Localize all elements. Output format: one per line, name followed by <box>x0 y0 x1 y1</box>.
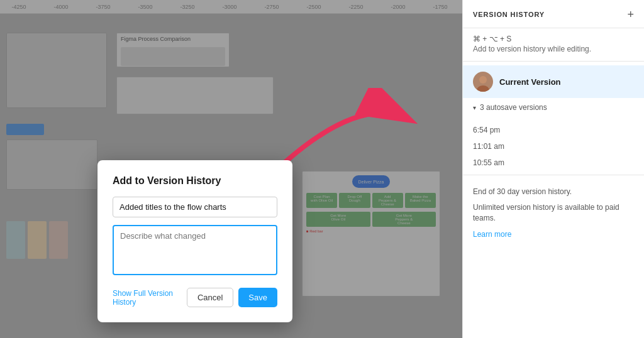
bullet-icon: ▾ <box>473 104 476 111</box>
autosave-section: ▾ 3 autosave versions <box>463 98 644 122</box>
svg-point-1 <box>479 76 487 84</box>
add-version-button[interactable]: + <box>627 9 634 20</box>
version-history-modal: Add to Version History Show Full Version… <box>97 160 292 322</box>
svg-point-2 <box>477 85 489 92</box>
panel-header: VERSION HISTORY + <box>463 0 644 28</box>
time-entry-2[interactable]: 11:01 am <box>463 138 644 155</box>
learn-more-link[interactable]: Learn more <box>473 230 511 239</box>
autosave-row: ▾ 3 autosave versions <box>473 103 634 112</box>
save-button[interactable]: Save <box>238 288 277 307</box>
shortcut-keys: ⌘ + ⌥ + S <box>473 35 634 43</box>
modal-actions: Cancel Save <box>187 288 277 307</box>
footer-text-1: End of 30 day version history. <box>473 187 634 197</box>
version-name-input[interactable] <box>113 197 277 217</box>
shortcut-info: ⌘ + ⌥ + S Add to version history while e… <box>463 28 644 57</box>
version-history-panel: VERSION HISTORY + ⌘ + ⌥ + S Add to versi… <box>462 0 644 338</box>
avatar <box>473 72 493 92</box>
modal-title: Add to Version History <box>113 175 277 187</box>
divider-2 <box>463 175 644 175</box>
shortcut-description: Add to version history while editing. <box>473 45 634 53</box>
cancel-button[interactable]: Cancel <box>187 288 233 307</box>
footer-text-2: Unlimited version history is available t… <box>473 202 634 224</box>
divider-1 <box>463 61 644 62</box>
current-version-label: Current Version <box>499 77 561 87</box>
time-entry-3[interactable]: 10:55 am <box>463 155 644 171</box>
time-entry-1[interactable]: 6:54 pm <box>463 122 644 138</box>
modal-footer: Show Full Version History Cancel Save <box>113 288 277 307</box>
version-description-input[interactable] <box>113 225 277 275</box>
show-full-history-link[interactable]: Show Full Version History <box>113 289 187 307</box>
current-version-row[interactable]: Current Version <box>463 65 644 98</box>
panel-title: VERSION HISTORY <box>473 11 545 18</box>
panel-footer: End of 30 day version history. Unlimited… <box>463 179 644 247</box>
autosave-label: 3 autosave versions <box>480 103 547 112</box>
